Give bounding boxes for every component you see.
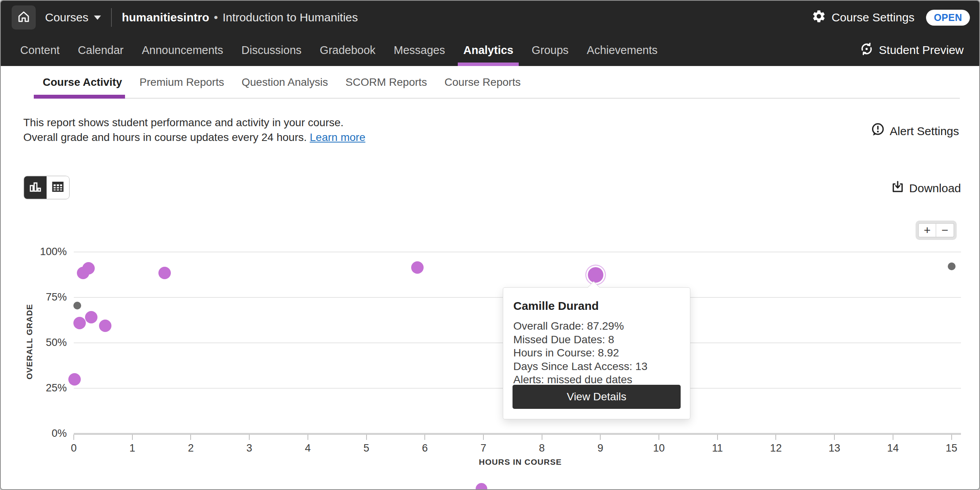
subtab-scorm-reports[interactable]: SCORM Reports — [346, 66, 427, 99]
home-icon — [17, 10, 31, 25]
x-tick-mark — [775, 434, 776, 440]
student-preview-button[interactable]: Student Preview — [860, 42, 964, 59]
x-tick-mark — [951, 434, 952, 440]
x-tick-mark — [366, 434, 367, 440]
x-tick-label: 6 — [409, 442, 440, 454]
x-tick-label: 0 — [58, 442, 89, 454]
x-tick-label: 3 — [234, 442, 265, 454]
course-separator: • — [214, 11, 218, 24]
subtab-course-activity[interactable]: Course Activity — [43, 66, 122, 99]
home-button[interactable] — [12, 5, 36, 30]
x-tick-label: 12 — [760, 442, 791, 454]
report-description: This report shows student performance an… — [23, 115, 365, 145]
course-name: Introduction to Humanities — [222, 11, 358, 24]
x-tick-label: 5 — [351, 442, 382, 454]
x-tick-label: 13 — [819, 442, 850, 454]
data-point[interactable] — [411, 261, 424, 274]
y-tick-label: 50% — [24, 337, 67, 349]
x-axis-title: HOURS IN COURSE — [462, 457, 579, 467]
chart-view-button[interactable] — [24, 176, 47, 199]
x-tick-label: 2 — [175, 442, 206, 454]
x-axis-line — [74, 433, 961, 435]
chart-table-toggle — [24, 176, 69, 199]
x-tick-mark — [893, 434, 893, 440]
tab-announcements[interactable]: Announcements — [142, 34, 223, 66]
x-tick-label: 8 — [526, 442, 558, 454]
chevron-down-icon — [94, 16, 101, 20]
data-point[interactable] — [158, 267, 171, 279]
analytics-subtabs: Course Activity Premium Reports Question… — [1, 66, 979, 99]
data-point-muted[interactable] — [73, 302, 81, 309]
tab-groups[interactable]: Groups — [532, 34, 568, 66]
data-point[interactable] — [85, 311, 97, 323]
x-tick-mark — [659, 434, 659, 440]
learn-more-link[interactable]: Learn more — [310, 131, 365, 143]
x-tick-label: 15 — [936, 442, 967, 454]
tab-analytics[interactable]: Analytics — [463, 34, 513, 66]
tooltip-student-name: Camille Durand — [513, 299, 680, 313]
gear-icon — [811, 9, 826, 26]
alert-settings-button[interactable]: Alert Settings — [871, 122, 959, 140]
data-point[interactable] — [68, 373, 81, 386]
report-description-line1: This report shows student performance an… — [23, 115, 365, 130]
data-point[interactable] — [99, 320, 111, 332]
table-view-button[interactable] — [47, 176, 69, 199]
x-tick-label: 10 — [643, 442, 674, 454]
x-tick-mark — [249, 434, 250, 440]
tab-content[interactable]: Content — [20, 34, 60, 66]
zoom-in-button[interactable]: + — [918, 223, 936, 237]
tab-gradebook[interactable]: Gradebook — [320, 34, 376, 66]
x-tick-mark — [834, 434, 835, 440]
tab-discussions[interactable]: Discussions — [242, 34, 302, 66]
data-point-camille-durand[interactable] — [588, 267, 603, 283]
download-button[interactable]: Download — [891, 180, 961, 196]
y-axis-title: OVERALL GRADE — [25, 287, 34, 396]
data-point[interactable] — [73, 317, 86, 329]
courses-menu[interactable]: Courses — [45, 11, 101, 24]
report-description-line2: Overall grade and hours in course update… — [23, 131, 307, 143]
x-tick-mark — [73, 434, 74, 440]
tooltip-missed-due-dates: Missed Due Dates: 8 — [513, 333, 680, 347]
student-preview-icon — [860, 42, 874, 59]
x-tick-mark — [717, 434, 718, 440]
x-tick-label: 1 — [117, 442, 148, 454]
x-tick-label: 4 — [292, 442, 323, 454]
zoom-out-button[interactable]: − — [936, 223, 954, 237]
tab-achievements[interactable]: Achievements — [587, 34, 657, 66]
data-point-partial[interactable] — [476, 483, 487, 490]
x-tick-mark — [483, 434, 484, 440]
open-status-badge[interactable]: OPEN — [926, 10, 970, 26]
course-settings-button[interactable]: Course Settings — [811, 9, 914, 26]
tooltip-days-since-access: Days Since Last Access: 13 — [513, 360, 680, 374]
course-nav: Content Calendar Announcements Discussio… — [1, 34, 979, 66]
subtab-question-analysis[interactable]: Question Analysis — [242, 66, 328, 99]
y-tick-label: 25% — [24, 382, 67, 394]
course-settings-label: Course Settings — [832, 11, 914, 24]
data-point-muted[interactable] — [948, 262, 956, 270]
subtab-course-reports[interactable]: Course Reports — [445, 66, 521, 99]
topbar-divider — [111, 8, 112, 27]
student-tooltip: Camille Durand Overall Grade: 87.29% Mis… — [503, 287, 690, 419]
x-tick-mark — [132, 434, 133, 440]
courses-label: Courses — [45, 11, 89, 24]
breadcrumb: humanitiesintro • Introduction to Humani… — [122, 11, 358, 24]
top-bar: Courses humanitiesintro • Introduction t… — [1, 1, 979, 34]
chart-zoom-control: + − — [916, 221, 957, 240]
bar-chart-icon — [28, 180, 42, 195]
gridline — [74, 252, 961, 252]
y-tick-label: 0% — [24, 427, 67, 440]
data-point[interactable] — [82, 262, 95, 275]
x-tick-mark — [600, 434, 601, 440]
x-tick-mark — [542, 434, 542, 440]
download-icon — [891, 180, 904, 196]
app-window: Courses humanitiesintro • Introduction t… — [0, 0, 980, 490]
tab-calendar[interactable]: Calendar — [78, 34, 124, 66]
tab-messages[interactable]: Messages — [394, 34, 445, 66]
course-id: humanitiesintro — [122, 11, 209, 24]
y-tick-label: 75% — [24, 291, 67, 303]
x-tick-label: 9 — [585, 442, 616, 454]
x-tick-mark — [424, 434, 425, 440]
alert-bubble-icon — [871, 122, 885, 140]
view-details-button[interactable]: View Details — [513, 385, 681, 409]
subtab-premium-reports[interactable]: Premium Reports — [139, 66, 224, 99]
